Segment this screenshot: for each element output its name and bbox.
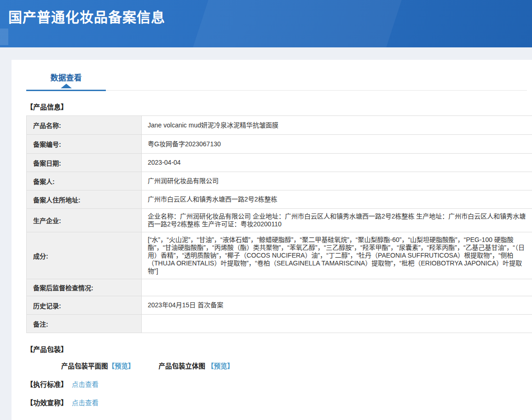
field-label: 备案人住所地址: [27,190,142,209]
field-value: 2023年04月15日 首次备案 [142,296,532,315]
field-label: 备案编号: [27,135,142,154]
field-value: 广州市白云区人和镇秀水塘西一路2号2栋整栋 [142,190,532,209]
field-value [142,279,532,296]
packaging-flat-label: 产品包装平面图 [61,362,108,370]
field-value [142,315,532,333]
tab-data-view[interactable]: 数据查看 [26,71,106,91]
table-row: 备注: [27,315,532,333]
tab-strip: 数据查看 [26,74,527,91]
table-row: 产品名称: Jane volcanic mud妍泥冷泉冰泥精华抗皱面膜 [27,116,532,135]
field-label: 产品名称: [27,116,142,135]
tab-active-triangle-icon [61,84,72,88]
table-row: 备案人: 广州润研化妆品有限公司 [27,172,532,190]
table-row: 备案编号: 粤G妆网备字2023067130 [27,135,532,154]
field-label: 备案日期: [27,154,142,172]
product-info-table: 产品名称: Jane volcanic mud妍泥冷泉冰泥精华抗皱面膜 备案编号… [26,115,532,333]
page-title: 国产普通化妆品备案信息 [0,0,532,26]
tab-data-view-label: 数据查看 [51,74,82,82]
field-label: 备注: [27,315,142,333]
field-label: 生产企业: [27,209,142,232]
field-value: [“水”，“火山泥”，“甘油”，“液体石蜡”，“鲸蜡硬脂醇”，“聚二甲基硅氧烷”… [142,232,532,279]
field-value: Jane volcanic mud妍泥冷泉冰泥精华抗皱面膜 [142,116,532,135]
field-label: 备案后监督检查情况: [27,279,142,296]
field-label: 历史记录: [27,296,142,315]
content-panel: 数据查看 【产品信息】 产品名称: Jane volcanic mud妍泥冷泉冰… [12,60,532,420]
packaging-row: 产品包装平面图【预览】 产品包装立体图 【预览】 [26,361,527,370]
field-label: 备案人: [27,172,142,190]
packaging-stereo-preview-link[interactable]: 【预览】 [207,362,234,370]
field-value: 企业名称：广州润研化妆品有限公司 企业地址：广州市白云区人和镇秀水塘西一路2号2… [142,209,532,232]
table-row: 备案日期: 2023-04-04 [27,154,532,172]
efficacy-row: 【功效宣称】点击查看 [26,397,527,407]
standards-label: 【执行标准】 [26,380,68,388]
standards-row: 【执行标准】点击查看 [26,379,527,389]
table-row: 备案后监督检查情况: [27,279,532,296]
packaging-section-title: 【产品包装】 [26,344,527,354]
table-row: 生产企业: 企业名称：广州润研化妆品有限公司 企业地址：广州市白云区人和镇秀水塘… [27,209,532,232]
efficacy-view-link[interactable]: 点击查看 [72,399,98,407]
page-header: 国产普通化妆品备案信息 [0,0,532,47]
table-row: 成分: [“水”，“火山泥”，“甘油”，“液体石蜡”，“鲸蜡硬脂醇”，“聚二甲基… [27,232,532,279]
table-row: 备案人住所地址: 广州市白云区人和镇秀水塘西一路2号2栋整栋 [27,190,532,209]
table-row: 历史记录: 2023年04月15日 首次备案 [27,296,532,315]
efficacy-label: 【功效宣称】 [26,399,68,407]
packaging-stereo-label: 产品包装立体图 [159,362,206,370]
standards-view-link[interactable]: 点击查看 [72,381,98,388]
field-value: 粤G妆网备字2023067130 [142,135,532,154]
packaging-flat-preview-link[interactable]: 【预览】 [108,362,135,370]
field-value: 2023-04-04 [142,154,532,172]
product-info-section-title: 【产品信息】 [26,102,527,111]
field-label: 成分: [27,232,142,279]
field-value: 广州润研化妆品有限公司 [142,172,532,190]
